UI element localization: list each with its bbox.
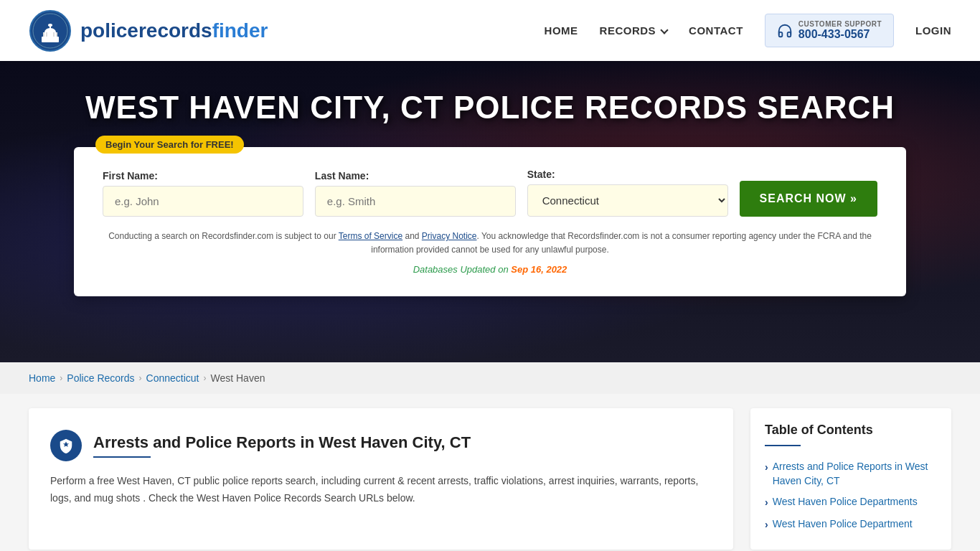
support-info: CUSTOMER SUPPORT 800-433-0567: [798, 20, 882, 41]
terms-link[interactable]: Terms of Service: [339, 231, 402, 241]
toc-divider: [765, 445, 801, 446]
toc-item-1[interactable]: › Arrests and Police Reports in West Hav…: [765, 456, 937, 491]
breadcrumb-home[interactable]: Home: [29, 372, 55, 384]
svg-rect-7: [43, 32, 44, 37]
content-header: Arrests and Police Reports in West Haven…: [50, 430, 712, 461]
logo-icon: [29, 9, 72, 52]
svg-rect-8: [46, 32, 47, 37]
toc-item-3[interactable]: › West Haven Police Department: [765, 514, 937, 536]
breadcrumb-connecticut[interactable]: Connecticut: [146, 372, 199, 384]
hero-title: WEST HAVEN CITY, CT POLICE RECORDS SEARC…: [85, 90, 895, 126]
site-header: policerecordsfinder HOME RECORDS CONTACT…: [0, 0, 980, 61]
nav-records[interactable]: RECORDS: [600, 24, 668, 37]
privacy-link[interactable]: Privacy Notice: [422, 231, 477, 241]
breadcrumb-separator-1: ›: [60, 373, 62, 383]
first-name-input[interactable]: [103, 186, 303, 217]
disclaimer-text: Conducting a search on Recordsfinder.com…: [103, 230, 877, 257]
shield-star-icon: [58, 438, 74, 453]
db-updated-label: Databases Updated on: [413, 264, 512, 275]
main-content: Arrests and Police Reports in West Haven…: [0, 394, 980, 551]
toc-card: Table of Contents › Arrests and Police R…: [750, 408, 951, 550]
title-underline: [93, 456, 151, 458]
breadcrumb-police-records[interactable]: Police Records: [67, 372, 134, 384]
headset-icon: [777, 23, 793, 39]
toc-chevron-icon-1: ›: [765, 461, 768, 475]
content-title: Arrests and Police Reports in West Haven…: [93, 433, 471, 452]
first-name-group: First Name:: [103, 170, 303, 217]
free-badge: Begin Your Search for FREE!: [95, 136, 244, 154]
customer-support-button[interactable]: CUSTOMER SUPPORT 800-433-0567: [765, 14, 894, 47]
last-name-input[interactable]: [315, 186, 516, 217]
nav-contact[interactable]: CONTACT: [689, 24, 743, 37]
toc-chevron-icon-2: ›: [765, 496, 768, 510]
search-card: Begin Your Search for FREE! First Name: …: [74, 147, 906, 296]
logo-text: policerecordsfinder: [80, 19, 268, 42]
state-select[interactable]: Connecticut Alabama Alaska California Fl…: [527, 184, 728, 217]
last-name-label: Last Name:: [315, 170, 516, 182]
search-form: First Name: Last Name: State: Connecticu…: [103, 169, 877, 217]
svg-point-6: [48, 24, 52, 27]
nav-login[interactable]: LOGIN: [915, 24, 951, 37]
last-name-group: Last Name:: [315, 170, 516, 217]
breadcrumb-separator-3: ›: [203, 373, 206, 383]
state-label: State:: [527, 169, 728, 180]
content-title-group: Arrests and Police Reports in West Haven…: [93, 433, 471, 458]
toc-title: Table of Contents: [765, 423, 937, 438]
logo[interactable]: policerecordsfinder: [29, 9, 268, 52]
svg-rect-10: [56, 32, 57, 37]
records-chevron-icon: [660, 26, 668, 34]
badge-icon: [50, 430, 82, 461]
breadcrumb-separator-2: ›: [139, 373, 142, 383]
breadcrumb-current: West Haven: [210, 372, 265, 384]
db-updated: Databases Updated on Sep 16, 2022: [103, 264, 877, 275]
state-group: State: Connecticut Alabama Alaska Califo…: [527, 169, 728, 217]
content-body: Perform a free West Haven, CT public pol…: [50, 473, 712, 507]
content-card: Arrests and Police Reports in West Haven…: [29, 408, 733, 550]
svg-rect-9: [53, 32, 55, 37]
breadcrumb: Home › Police Records › Connecticut › We…: [0, 362, 980, 394]
sidebar: Table of Contents › Arrests and Police R…: [750, 408, 951, 550]
toc-item-2[interactable]: › West Haven Police Departments: [765, 491, 937, 514]
search-button[interactable]: SEARCH NOW »: [740, 181, 877, 217]
hero-section: WEST HAVEN CITY, CT POLICE RECORDS SEARC…: [0, 61, 980, 362]
first-name-label: First Name:: [103, 170, 303, 182]
nav-home[interactable]: HOME: [545, 24, 578, 37]
main-nav: HOME RECORDS CONTACT CUSTOMER SUPPORT 80…: [545, 14, 951, 47]
svg-rect-2: [42, 37, 59, 42]
db-updated-date: Sep 16, 2022: [511, 264, 567, 275]
toc-chevron-icon-3: ›: [765, 518, 768, 532]
